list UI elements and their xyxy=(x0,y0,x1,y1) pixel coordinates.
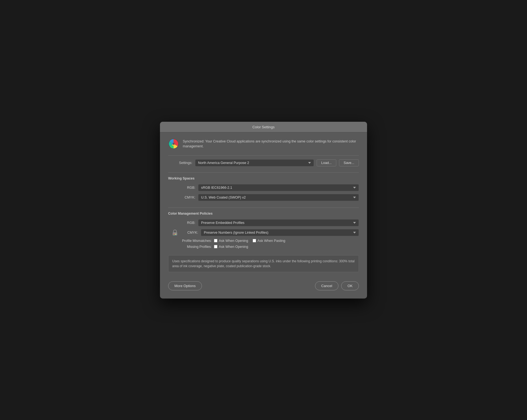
working-spaces-section: Working Spaces RGB: sRGB IEC61966-2.1Ado… xyxy=(168,176,359,201)
sync-row: Synchronized: Your Creative Cloud applic… xyxy=(168,138,359,150)
policy-rgb-select[interactable]: Preserve Embedded ProfilesConvert to Wor… xyxy=(198,219,359,226)
ask-when-pasting-item: Ask When Pasting xyxy=(253,239,285,243)
load-button[interactable]: Load... xyxy=(317,159,336,166)
color-management-title: Color Management Policies xyxy=(168,212,359,215)
policy-rgb-row: RGB: Preserve Embedded ProfilesConvert t… xyxy=(168,219,359,226)
svg-rect-4 xyxy=(173,234,175,235)
policy-rgb-label: RGB: xyxy=(179,221,195,225)
sync-message: Synchronized: Your Creative Cloud applic… xyxy=(183,138,359,149)
description-text: Uses specifications designed to produce … xyxy=(172,259,355,269)
divider-1 xyxy=(168,155,359,156)
dialog-title: Color Settings xyxy=(252,125,275,129)
working-spaces-title: Working Spaces xyxy=(168,176,359,180)
policy-cmyk-select[interactable]: Preserve Numbers (Ignore Linked Profiles… xyxy=(201,229,359,236)
svg-point-2 xyxy=(172,143,174,145)
color-management-section: Color Management Policies RGB: Preserve … xyxy=(168,212,359,249)
ask-when-opening-1-item: Ask When Opening xyxy=(214,239,248,243)
cancel-button[interactable]: Cancel xyxy=(315,281,338,290)
dialog-body: Synchronized: Your Creative Cloud applic… xyxy=(160,132,367,299)
save-button[interactable]: Save... xyxy=(339,159,359,166)
missing-profiles-label: Missing Profiles: xyxy=(174,245,212,249)
settings-select[interactable]: North America General Purpose 2Europe Ge… xyxy=(195,159,314,166)
color-wheel-icon xyxy=(168,138,179,150)
missing-profiles-row: Missing Profiles: Ask When Opening xyxy=(168,245,359,249)
policy-cmyk-row: CMYK: Preserve Numbers (Ignore Linked Pr… xyxy=(168,229,359,236)
cmyk-select[interactable]: U.S. Web Coated (SWOP) v2U.S. Web Uncoat… xyxy=(198,194,359,201)
profile-mismatches-label: Profile Mismatches: xyxy=(174,239,212,243)
profile-mismatches-row: Profile Mismatches: Ask When Opening Ask… xyxy=(168,239,359,243)
footer-right: Cancel OK xyxy=(315,281,359,290)
divider-3 xyxy=(168,208,359,208)
ask-when-opening-2-item: Ask When Opening xyxy=(214,245,248,249)
ok-button[interactable]: OK xyxy=(341,281,359,290)
ask-when-opening-1-label[interactable]: Ask When Opening xyxy=(219,239,248,243)
settings-row: Settings: North America General Purpose … xyxy=(168,159,359,166)
ask-when-pasting-checkbox[interactable] xyxy=(253,239,256,242)
footer-left: More Options xyxy=(168,281,202,290)
rgb-select[interactable]: sRGB IEC61966-2.1Adobe RGB (1998)ProPhot… xyxy=(198,184,359,191)
title-bar: Color Settings xyxy=(160,122,367,132)
divider-2 xyxy=(168,172,359,173)
cmyk-label: CMYK: xyxy=(179,196,195,199)
settings-label: Settings: xyxy=(179,161,192,165)
ask-when-pasting-label[interactable]: Ask When Pasting xyxy=(258,239,285,243)
description-box: Uses specifications designed to produce … xyxy=(168,255,359,272)
svg-rect-5 xyxy=(175,234,176,235)
rgb-row: RGB: sRGB IEC61966-2.1Adobe RGB (1998)Pr… xyxy=(168,184,359,191)
profile-mismatches-group: Ask When Opening Ask When Pasting xyxy=(214,239,285,243)
ask-when-opening-2-checkbox[interactable] xyxy=(214,245,217,248)
cmyk-row: CMYK: U.S. Web Coated (SWOP) v2U.S. Web … xyxy=(168,194,359,201)
color-settings-dialog: Color Settings xyxy=(160,122,367,299)
svg-rect-7 xyxy=(175,235,176,235)
policy-cmyk-label: CMYK: xyxy=(182,231,198,235)
svg-rect-6 xyxy=(173,235,175,235)
rgb-label: RGB: xyxy=(179,186,195,190)
lock-icon xyxy=(172,229,178,236)
dialog-footer: More Options Cancel OK xyxy=(168,279,359,290)
more-options-button[interactable]: More Options xyxy=(168,281,202,290)
ask-when-opening-1-checkbox[interactable] xyxy=(214,239,217,242)
lock-icon-cell xyxy=(171,229,179,236)
ask-when-opening-2-label[interactable]: Ask When Opening xyxy=(219,245,248,249)
